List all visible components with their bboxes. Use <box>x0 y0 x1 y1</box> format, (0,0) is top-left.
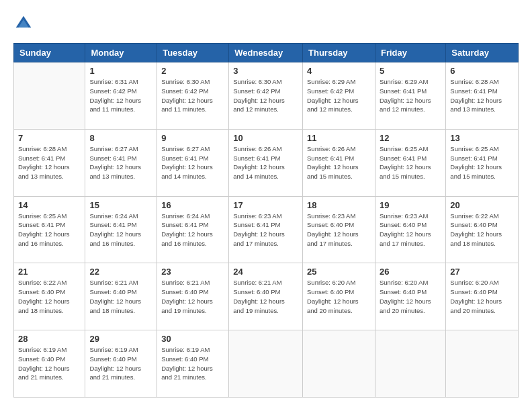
calendar-cell: 12Sunrise: 6:25 AMSunset: 6:41 PMDayligh… <box>375 129 445 196</box>
calendar-cell: 29Sunrise: 6:19 AMSunset: 6:40 PMDayligh… <box>85 330 157 398</box>
day-info: Sunrise: 6:23 AMSunset: 6:40 PMDaylight:… <box>307 212 371 248</box>
logo <box>13 13 36 34</box>
day-info: Sunrise: 6:30 AMSunset: 6:42 PMDaylight:… <box>233 77 298 114</box>
day-number: 26 <box>380 267 441 277</box>
calendar-week-row: 1Sunrise: 6:31 AMSunset: 6:42 PMDaylight… <box>14 62 519 130</box>
day-info: Sunrise: 6:28 AMSunset: 6:41 PMDaylight:… <box>450 77 514 114</box>
calendar-day-header: Wednesday <box>229 44 303 62</box>
calendar-cell: 6Sunrise: 6:28 AMSunset: 6:41 PMDaylight… <box>446 62 519 130</box>
day-number: 21 <box>18 267 81 277</box>
day-info: Sunrise: 6:25 AMSunset: 6:41 PMDaylight:… <box>18 212 81 248</box>
day-number: 29 <box>89 334 152 344</box>
day-info: Sunrise: 6:25 AMSunset: 6:41 PMDaylight:… <box>380 144 441 181</box>
day-info: Sunrise: 6:23 AMSunset: 6:40 PMDaylight:… <box>380 212 441 248</box>
day-number: 11 <box>307 133 371 143</box>
day-number: 1 <box>89 66 152 76</box>
day-info: Sunrise: 6:23 AMSunset: 6:41 PMDaylight:… <box>233 212 298 248</box>
calendar-week-row: 14Sunrise: 6:25 AMSunset: 6:41 PMDayligh… <box>14 196 519 263</box>
calendar-cell: 25Sunrise: 6:20 AMSunset: 6:40 PMDayligh… <box>303 263 375 330</box>
day-number: 28 <box>18 334 81 344</box>
calendar-cell: 11Sunrise: 6:26 AMSunset: 6:41 PMDayligh… <box>303 129 375 196</box>
calendar-week-row: 28Sunrise: 6:19 AMSunset: 6:40 PMDayligh… <box>14 330 519 398</box>
calendar-cell: 4Sunrise: 6:29 AMSunset: 6:42 PMDaylight… <box>303 62 375 130</box>
day-info: Sunrise: 6:25 AMSunset: 6:41 PMDaylight:… <box>450 144 514 181</box>
day-number: 8 <box>89 133 152 143</box>
calendar-cell: 2Sunrise: 6:30 AMSunset: 6:42 PMDaylight… <box>157 62 229 130</box>
day-info: Sunrise: 6:20 AMSunset: 6:40 PMDaylight:… <box>380 278 441 315</box>
page: SundayMondayTuesdayWednesdayThursdayFrid… <box>0 0 532 411</box>
calendar-table: SundayMondayTuesdayWednesdayThursdayFrid… <box>13 43 519 398</box>
calendar-cell: 20Sunrise: 6:22 AMSunset: 6:40 PMDayligh… <box>446 196 519 263</box>
calendar-cell: 16Sunrise: 6:24 AMSunset: 6:41 PMDayligh… <box>157 196 229 263</box>
day-info: Sunrise: 6:20 AMSunset: 6:40 PMDaylight:… <box>307 278 371 315</box>
day-info: Sunrise: 6:29 AMSunset: 6:41 PMDaylight:… <box>380 77 441 114</box>
calendar-cell: 1Sunrise: 6:31 AMSunset: 6:42 PMDaylight… <box>85 62 157 130</box>
calendar-cell: 26Sunrise: 6:20 AMSunset: 6:40 PMDayligh… <box>375 263 445 330</box>
day-info: Sunrise: 6:27 AMSunset: 6:41 PMDaylight:… <box>161 144 224 181</box>
day-info: Sunrise: 6:29 AMSunset: 6:42 PMDaylight:… <box>307 77 371 114</box>
day-number: 13 <box>450 133 514 143</box>
day-number: 22 <box>89 267 152 277</box>
day-info: Sunrise: 6:21 AMSunset: 6:40 PMDaylight:… <box>89 278 152 315</box>
calendar-cell: 14Sunrise: 6:25 AMSunset: 6:41 PMDayligh… <box>14 196 85 263</box>
day-number: 2 <box>161 66 224 76</box>
day-info: Sunrise: 6:31 AMSunset: 6:42 PMDaylight:… <box>89 77 152 114</box>
calendar-cell <box>14 62 85 130</box>
day-info: Sunrise: 6:19 AMSunset: 6:40 PMDaylight:… <box>161 345 224 382</box>
day-info: Sunrise: 6:20 AMSunset: 6:40 PMDaylight:… <box>450 278 514 315</box>
calendar-cell <box>375 330 445 398</box>
day-info: Sunrise: 6:30 AMSunset: 6:42 PMDaylight:… <box>161 77 224 114</box>
calendar-cell: 7Sunrise: 6:28 AMSunset: 6:41 PMDaylight… <box>14 129 85 196</box>
day-number: 19 <box>380 200 441 210</box>
day-info: Sunrise: 6:26 AMSunset: 6:41 PMDaylight:… <box>307 144 371 181</box>
calendar-cell: 9Sunrise: 6:27 AMSunset: 6:41 PMDaylight… <box>157 129 229 196</box>
day-number: 15 <box>89 200 152 210</box>
day-number: 24 <box>233 267 298 277</box>
calendar-cell: 15Sunrise: 6:24 AMSunset: 6:41 PMDayligh… <box>85 196 157 263</box>
day-info: Sunrise: 6:28 AMSunset: 6:41 PMDaylight:… <box>18 144 81 181</box>
calendar-cell: 21Sunrise: 6:22 AMSunset: 6:40 PMDayligh… <box>14 263 85 330</box>
calendar-cell <box>229 330 303 398</box>
day-number: 23 <box>161 267 224 277</box>
calendar-cell <box>303 330 375 398</box>
day-number: 12 <box>380 133 441 143</box>
calendar-day-header: Saturday <box>446 44 519 62</box>
calendar-header-row: SundayMondayTuesdayWednesdayThursdayFrid… <box>14 44 519 62</box>
day-number: 7 <box>18 133 81 143</box>
day-info: Sunrise: 6:27 AMSunset: 6:41 PMDaylight:… <box>89 144 152 181</box>
day-number: 16 <box>161 200 224 210</box>
day-info: Sunrise: 6:26 AMSunset: 6:41 PMDaylight:… <box>233 144 298 181</box>
day-number: 18 <box>307 200 371 210</box>
calendar-cell: 18Sunrise: 6:23 AMSunset: 6:40 PMDayligh… <box>303 196 375 263</box>
calendar-cell: 8Sunrise: 6:27 AMSunset: 6:41 PMDaylight… <box>85 129 157 196</box>
day-info: Sunrise: 6:19 AMSunset: 6:40 PMDaylight:… <box>89 345 152 382</box>
day-number: 4 <box>307 66 371 76</box>
calendar-day-header: Thursday <box>303 44 375 62</box>
calendar-week-row: 21Sunrise: 6:22 AMSunset: 6:40 PMDayligh… <box>14 263 519 330</box>
calendar-cell: 27Sunrise: 6:20 AMSunset: 6:40 PMDayligh… <box>446 263 519 330</box>
calendar-cell: 28Sunrise: 6:19 AMSunset: 6:40 PMDayligh… <box>14 330 85 398</box>
calendar-cell: 23Sunrise: 6:21 AMSunset: 6:40 PMDayligh… <box>157 263 229 330</box>
day-info: Sunrise: 6:22 AMSunset: 6:40 PMDaylight:… <box>18 278 81 315</box>
calendar-week-row: 7Sunrise: 6:28 AMSunset: 6:41 PMDaylight… <box>14 129 519 196</box>
calendar-cell: 3Sunrise: 6:30 AMSunset: 6:42 PMDaylight… <box>229 62 303 130</box>
day-info: Sunrise: 6:21 AMSunset: 6:40 PMDaylight:… <box>233 278 298 315</box>
calendar-day-header: Friday <box>375 44 445 62</box>
logo-icon <box>13 13 34 34</box>
day-number: 5 <box>380 66 441 76</box>
calendar-cell: 17Sunrise: 6:23 AMSunset: 6:41 PMDayligh… <box>229 196 303 263</box>
calendar-cell: 22Sunrise: 6:21 AMSunset: 6:40 PMDayligh… <box>85 263 157 330</box>
day-number: 10 <box>233 133 298 143</box>
calendar-cell: 24Sunrise: 6:21 AMSunset: 6:40 PMDayligh… <box>229 263 303 330</box>
day-number: 30 <box>161 334 224 344</box>
header <box>13 13 519 34</box>
calendar-cell: 30Sunrise: 6:19 AMSunset: 6:40 PMDayligh… <box>157 330 229 398</box>
day-number: 9 <box>161 133 224 143</box>
calendar-day-header: Sunday <box>14 44 85 62</box>
calendar-cell: 10Sunrise: 6:26 AMSunset: 6:41 PMDayligh… <box>229 129 303 196</box>
day-info: Sunrise: 6:22 AMSunset: 6:40 PMDaylight:… <box>450 212 514 248</box>
calendar-cell <box>446 330 519 398</box>
day-number: 17 <box>233 200 298 210</box>
day-number: 25 <box>307 267 371 277</box>
day-info: Sunrise: 6:24 AMSunset: 6:41 PMDaylight:… <box>89 212 152 248</box>
